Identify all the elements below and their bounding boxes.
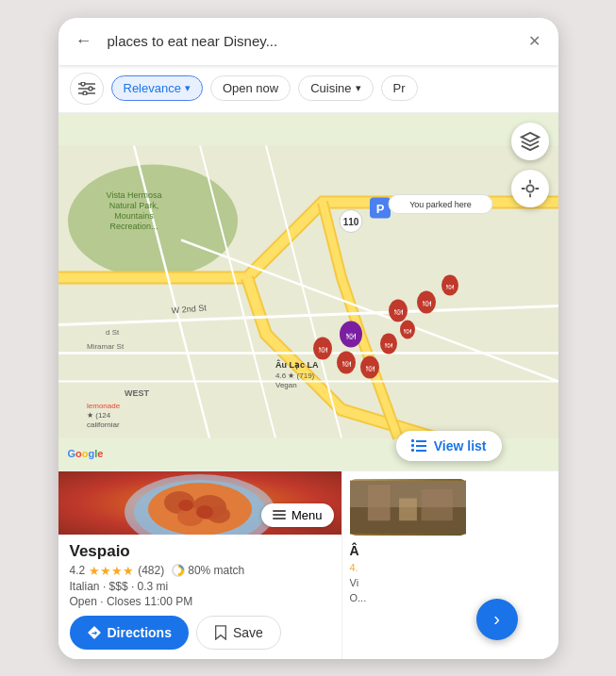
filters-bar: Relevance ▾ Open now Cuisine ▾ Pr [58,65,558,113]
svg-text:4.6 ★ (719): 4.6 ★ (719) [275,371,315,379]
svg-text:Miramar St: Miramar St [87,341,125,350]
svg-text:🍽: 🍽 [365,363,374,372]
search-clear-button[interactable]: ✕ [523,29,547,54]
svg-point-5 [83,91,87,95]
svg-point-71 [178,500,193,511]
svg-text:🍽: 🍽 [393,306,402,316]
price-label: Pr [393,81,406,95]
relevance-label: Relevance [124,81,181,95]
main-result-card: Menu Vespaio 4.2 ★★★★ (482) [58,471,341,659]
cuisine: Italian [70,580,100,593]
close-time-separator: · [100,595,107,608]
map-background: 110 P You parked here Vista Hermosa Natu… [58,113,558,470]
save-label: Save [233,625,263,640]
rating-row: 4.2 ★★★★ (482) 80% match [70,564,330,578]
back-button[interactable]: ← [70,27,98,56]
close-time: Closes 11:00 PM [107,595,192,608]
svg-rect-80 [367,485,390,520]
map-layers-button[interactable] [511,123,549,160]
cuisine-arrow: ▾ [356,82,361,94]
side-peek-card[interactable]: Â 4. Vi O... [341,471,474,659]
review-count: (482) [138,564,164,577]
relevance-arrow: ▾ [185,82,191,94]
open-status: Open [70,595,97,608]
view-list-button[interactable]: View list [396,431,502,461]
svg-text:californiar: californiar [87,420,120,428]
svg-text:Vegan: Vegan [275,380,297,388]
cuisine-label: Cuisine [310,81,351,95]
open-now-label: Open now [223,81,278,95]
svg-text:Mountains: Mountains [114,210,154,220]
svg-text:🍽: 🍽 [318,344,326,354]
peek-rating: 4. [350,562,466,573]
svg-text:110: 110 [342,216,358,226]
svg-rect-73 [273,510,286,512]
svg-text:P: P [375,201,384,215]
restaurant-status: Open · Closes 11:00 PM [70,595,330,608]
action-buttons: Directions Save [58,616,341,659]
relevance-filter[interactable]: Relevance ▾ [111,75,203,101]
peek-info: Vi [350,577,466,588]
directions-label: Directions [108,625,172,640]
restaurant-info: Vespaio 4.2 ★★★★ (482) 80% match [58,535,341,616]
restaurant-image: Menu [58,471,341,535]
peek-restaurant-name: Â [350,543,466,558]
svg-rect-61 [411,439,414,442]
map-area[interactable]: 110 P You parked here Vista Hermosa Natu… [58,113,558,470]
svg-text:Recreation...: Recreation... [109,221,158,230]
svg-point-53 [526,185,533,191]
stars-icon: ★★★★ [89,564,134,578]
svg-text:🍽: 🍽 [446,282,454,290]
svg-text:You parked here: You parked here [409,199,472,208]
svg-rect-81 [421,489,452,520]
svg-text:🍽: 🍽 [422,298,430,307]
rating-value: 4.2 [70,564,86,577]
view-list-label: View list [434,438,487,453]
menu-button[interactable]: Menu [261,503,334,527]
svg-point-72 [196,505,213,519]
svg-text:Natural Park,: Natural Park, [108,200,158,209]
menu-label: Menu [291,508,323,522]
restaurant-name: Vespaio [70,542,330,561]
svg-rect-74 [273,514,286,516]
price-separator: · [103,580,109,593]
distance-separator: · [131,580,138,593]
svg-rect-82 [399,498,417,520]
svg-text:🍽: 🍽 [346,330,356,340]
svg-point-1 [81,82,85,86]
match-badge: 80% match [172,564,244,577]
svg-text:★ (124: ★ (124 [87,410,111,419]
svg-text:🍽: 🍽 [341,358,350,368]
open-now-filter[interactable]: Open now [210,75,291,101]
search-bar: ← ✕ [58,18,558,65]
svg-text:WEST: WEST [125,387,150,397]
svg-rect-75 [273,518,286,519]
my-location-button[interactable] [511,170,549,207]
svg-text:lemonade: lemonade [87,401,121,409]
google-logo: Google [68,448,104,459]
restaurant-meta: Italian · $$$ · 0.3 mi [70,580,330,593]
svg-point-3 [89,87,92,91]
save-button[interactable]: Save [196,616,281,650]
svg-rect-62 [411,444,414,447]
svg-text:🍽: 🍽 [385,340,392,349]
scroll-next-button[interactable]: › [476,599,518,640]
match-percent: 80% match [188,564,244,577]
svg-text:Vista Hermosa: Vista Hermosa [106,190,161,199]
phone-frame: ← ✕ Relevance ▾ Open now Cuisine ▾ [58,18,558,659]
filter-options-button[interactable] [70,73,104,105]
distance: 0.3 mi [138,580,169,593]
svg-text:d St: d St [106,327,120,336]
search-input[interactable] [108,33,513,49]
peek-image [350,479,466,536]
results-strip: Menu Vespaio 4.2 ★★★★ (482) [58,470,558,659]
cuisine-filter[interactable]: Cuisine ▾ [298,75,373,101]
svg-text:Âu Lạc LA: Âu Lạc LA [275,358,319,369]
svg-rect-63 [411,449,414,452]
peek-extra: O... [350,592,466,603]
blue-action-container: › [474,471,521,659]
svg-point-77 [175,568,181,573]
price: $$$ [109,580,128,593]
directions-button[interactable]: Directions [70,616,189,650]
price-filter[interactable]: Pr [381,75,418,101]
